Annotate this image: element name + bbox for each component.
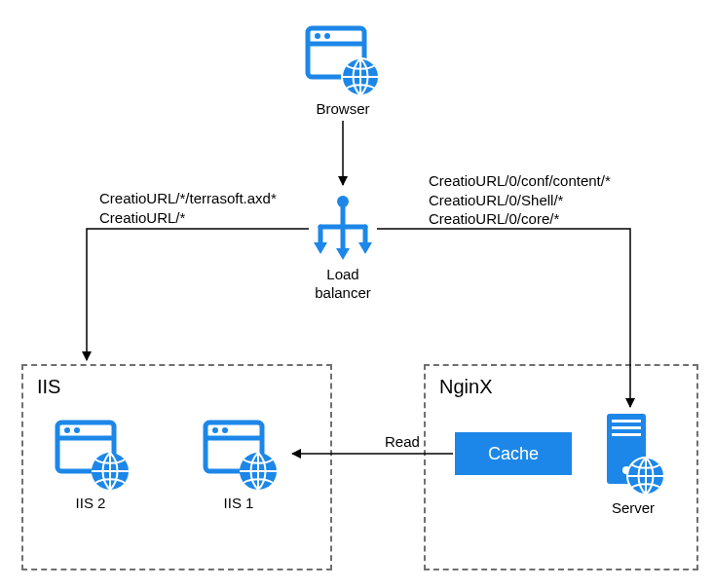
iis-group-label: IIS	[37, 376, 60, 398]
iis2-label: IIS 2	[52, 495, 130, 513]
iis1-icon	[200, 417, 282, 495]
route-right: CreatioURL/0/conf/content/* CreatioURL/0…	[429, 171, 611, 229]
svg-point-2	[315, 33, 320, 39]
route-left: CreatioURL/*/terrasoft.axd* CreatioURL/*	[99, 189, 277, 227]
svg-point-16	[64, 427, 70, 433]
svg-point-24	[222, 427, 228, 433]
browser-icon	[302, 22, 384, 100]
svg-point-17	[74, 427, 80, 433]
route-right-2: CreatioURL/0/Shell/*	[429, 191, 611, 210]
svg-rect-29	[612, 420, 641, 423]
server-label: Server	[599, 499, 667, 518]
browser-node: Browser	[302, 22, 384, 119]
load-balancer-node: Load balancer	[309, 190, 377, 303]
svg-marker-13	[358, 242, 372, 254]
svg-point-23	[212, 427, 218, 433]
iis1-label: IIS 1	[200, 495, 278, 513]
svg-point-3	[324, 33, 330, 39]
svg-rect-31	[612, 433, 641, 436]
cache-label: Cache	[488, 444, 539, 464]
nginx-group-label: NginX	[439, 376, 492, 398]
route-right-3: CreatioURL/0/core/*	[429, 209, 611, 229]
iis2-icon	[52, 417, 133, 495]
svg-marker-11	[336, 248, 350, 260]
route-right-1: CreatioURL/0/conf/content/*	[429, 171, 611, 191]
iis2-node: IIS 2	[52, 417, 130, 513]
svg-rect-30	[612, 426, 641, 429]
svg-marker-12	[314, 242, 327, 254]
browser-label: Browser	[302, 100, 384, 119]
iis1-node: IIS 1	[200, 417, 278, 513]
route-left-1: CreatioURL/*/terrasoft.axd*	[99, 189, 277, 208]
server-node: Server	[599, 412, 667, 518]
route-left-2: CreatioURL/*	[99, 208, 277, 228]
read-label: Read	[385, 432, 420, 452]
load-balancer-label-1: Load	[309, 266, 377, 284]
load-balancer-label-2: balancer	[309, 284, 377, 303]
cache-node: Cache	[455, 432, 572, 475]
server-icon	[599, 412, 667, 499]
load-balancer-icon	[309, 190, 377, 266]
